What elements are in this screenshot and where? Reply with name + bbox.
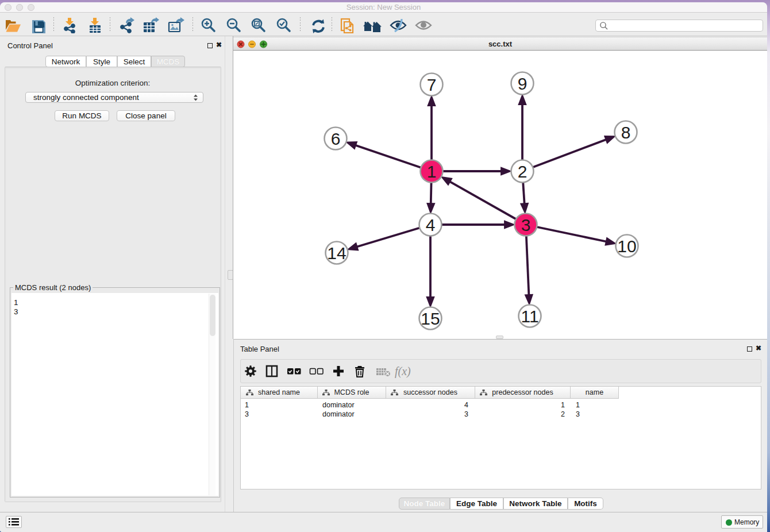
svg-text:11: 11 xyxy=(521,307,538,326)
svg-text:7: 7 xyxy=(427,75,437,94)
svg-text:15: 15 xyxy=(421,309,440,328)
svg-text:8: 8 xyxy=(621,123,631,142)
svg-text:1: 1 xyxy=(427,162,437,181)
svg-text:3: 3 xyxy=(521,215,531,234)
svg-text:6: 6 xyxy=(331,129,341,148)
svg-text:10: 10 xyxy=(617,237,636,256)
svg-text:14: 14 xyxy=(327,244,346,263)
svg-text:4: 4 xyxy=(426,215,436,234)
svg-text:2: 2 xyxy=(518,162,528,181)
svg-text:9: 9 xyxy=(518,74,528,93)
